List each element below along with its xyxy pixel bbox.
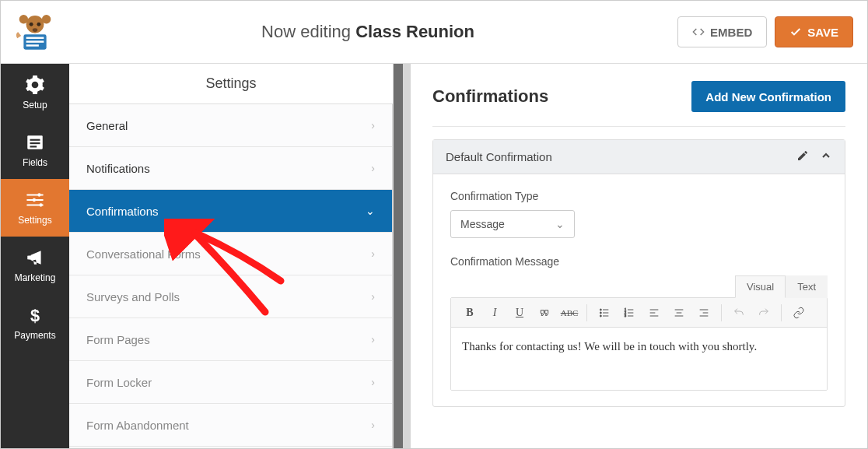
sidebar: Setup Fields Settings Marketing $ Paymen… [1, 64, 69, 448]
svg-rect-13 [30, 146, 37, 147]
add-confirmation-button[interactable]: Add New Confirmation [691, 81, 845, 112]
confirmation-message-label: Confirmation Message [450, 255, 828, 268]
settings-list: General › Notifications › Confirmations … [69, 104, 393, 448]
dollar-icon: $ [25, 305, 45, 325]
svg-text:$: $ [30, 306, 40, 325]
panel-body: Confirmation Type Message ⌄ Confirmation… [433, 174, 845, 406]
svg-point-5 [33, 28, 38, 32]
sidebar-item-fields[interactable]: Fields [1, 121, 69, 179]
embed-button[interactable]: EMBED [677, 16, 767, 47]
sidebar-item-marketing[interactable]: Marketing [1, 237, 69, 294]
editor-content[interactable]: Thanks for contacting us! We will be in … [451, 328, 827, 390]
settings-item-notifications[interactable]: Notifications › [69, 147, 392, 190]
settings-item-label: Notifications [86, 162, 150, 175]
confirmation-type-label: Confirmation Type [450, 190, 828, 202]
svg-point-2 [42, 15, 51, 23]
settings-item-label: Conversational Forms [86, 247, 201, 261]
toolbar-separator [586, 304, 587, 321]
svg-rect-11 [30, 139, 40, 141]
chevron-right-icon: › [371, 333, 375, 346]
check-icon [789, 26, 802, 38]
align-center-button[interactable] [668, 302, 690, 324]
main-content: Confirmations Add New Confirmation Defau… [411, 64, 867, 448]
settings-item-abandonment[interactable]: Form Abandonment › [69, 404, 392, 447]
tab-visual[interactable]: Visual [735, 275, 786, 298]
page-title: Now editing Class Reunion [58, 22, 677, 42]
app-frame: Now editing Class Reunion EMBED SAVE Set… [0, 0, 868, 449]
align-right-button[interactable] [693, 302, 715, 324]
link-button[interactable] [788, 302, 810, 324]
italic-button[interactable]: I [484, 302, 506, 324]
settings-item-label: Form Pages [86, 333, 150, 346]
svg-point-15 [33, 198, 36, 202]
toolbar-separator [781, 304, 782, 321]
svg-point-4 [37, 23, 40, 26]
bullhorn-icon [25, 247, 45, 268]
collapse-icon[interactable] [820, 149, 832, 164]
svg-point-22 [600, 315, 601, 317]
form-name: Class Reunion [355, 22, 474, 41]
code-icon [692, 26, 705, 38]
numbered-list-button[interactable]: 123 [618, 302, 640, 324]
sidebar-item-settings[interactable]: Settings [1, 179, 69, 237]
settings-item-surveys[interactable]: Surveys and Polls › [69, 275, 392, 318]
settings-item-label: General [86, 119, 128, 132]
sidebar-item-setup[interactable]: Setup [1, 64, 69, 121]
list-icon [25, 132, 45, 153]
now-editing-label: Now editing [261, 22, 351, 41]
align-left-button[interactable] [643, 302, 665, 324]
settings-item-formlocker[interactable]: Form Locker › [69, 361, 392, 404]
main-header: Confirmations Add New Confirmation [432, 81, 845, 127]
toolbar-separator [721, 304, 722, 321]
sidebar-label: Settings [18, 215, 51, 226]
svg-rect-9 [26, 44, 39, 46]
chevron-right-icon: › [371, 162, 375, 174]
settings-item-confirmations[interactable]: Confirmations ⌄ [69, 190, 392, 233]
bold-button[interactable]: B [459, 302, 481, 324]
rich-text-editor: B I U ABC 123 [450, 297, 828, 391]
wpforms-logo [12, 9, 58, 55]
chevron-right-icon: › [371, 290, 375, 303]
svg-point-16 [39, 203, 42, 206]
chevron-right-icon: › [371, 419, 375, 431]
settings-item-conversational[interactable]: Conversational Forms › [69, 233, 392, 275]
chevron-right-icon: › [371, 119, 375, 132]
underline-button[interactable]: U [509, 302, 530, 324]
sidebar-label: Fields [23, 157, 47, 168]
confirmation-panel: Default Confirmation Confirmation Type M… [432, 139, 845, 407]
svg-point-18 [600, 309, 601, 310]
sidebar-item-payments[interactable]: $ Payments [1, 294, 69, 352]
settings-item-label: Confirmations [86, 205, 159, 218]
chevron-down-icon: ⌄ [555, 218, 565, 230]
sidebar-label: Payments [14, 330, 55, 341]
svg-rect-8 [26, 40, 44, 42]
settings-item-label: Form Abandonment [86, 419, 189, 432]
panel-header[interactable]: Default Confirmation [433, 140, 845, 174]
undo-button[interactable] [728, 302, 750, 324]
edit-icon[interactable] [796, 149, 809, 164]
confirmations-heading: Confirmations [432, 86, 548, 107]
tab-text[interactable]: Text [786, 275, 828, 298]
svg-text:3: 3 [625, 314, 626, 317]
svg-point-1 [19, 15, 28, 23]
editor-toolbar: B I U ABC 123 [451, 298, 827, 328]
settings-column: Settings General › Notifications › Confi… [69, 64, 394, 448]
redo-button[interactable] [753, 302, 775, 324]
strikethrough-button[interactable]: ABC [558, 302, 580, 324]
sliders-icon [25, 190, 45, 210]
gear-icon [25, 75, 45, 95]
sidebar-label: Marketing [15, 272, 56, 283]
chevron-right-icon: › [371, 247, 375, 260]
settings-item-formpages[interactable]: Form Pages › [69, 318, 392, 361]
confirmation-type-select[interactable]: Message ⌄ [450, 210, 575, 238]
chevron-right-icon: › [371, 376, 375, 388]
quote-button[interactable] [534, 302, 555, 324]
editor-tabs: Visual Text [450, 275, 828, 298]
save-button[interactable]: SAVE [775, 16, 853, 47]
svg-point-20 [600, 312, 601, 314]
chevron-down-icon: ⌄ [366, 205, 375, 217]
svg-point-14 [37, 193, 40, 196]
scroll-gutter [394, 64, 411, 448]
settings-item-general[interactable]: General › [69, 104, 392, 147]
bullet-list-button[interactable] [593, 302, 615, 324]
